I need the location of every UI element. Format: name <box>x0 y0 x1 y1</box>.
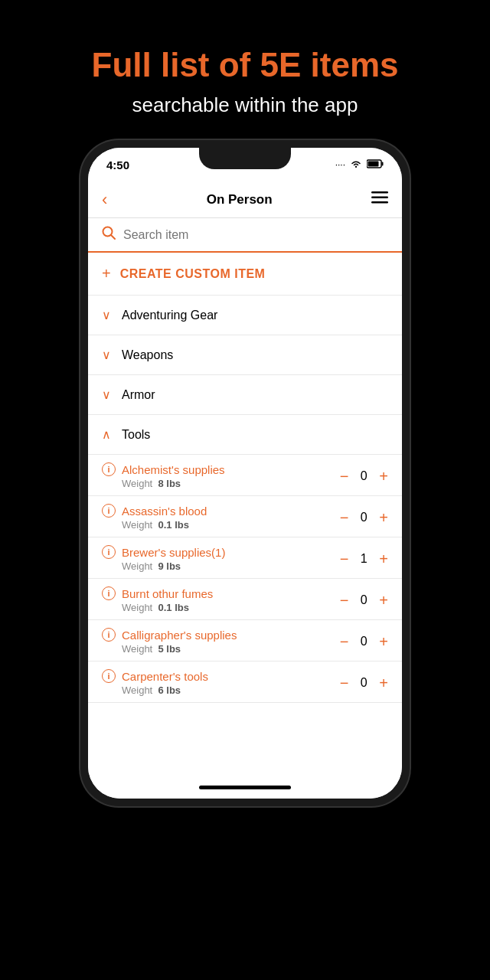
info-icon[interactable]: i <box>102 462 116 476</box>
page-background: Full list of 5E items searchable within … <box>0 0 490 980</box>
tool-item-left: i Calligrapher's supplies Weight 5 lbs <box>102 628 237 655</box>
qty-value: 0 <box>358 511 370 524</box>
search-input[interactable] <box>123 228 388 242</box>
qty-plus-button[interactable]: + <box>379 469 388 484</box>
qty-value: 0 <box>358 635 370 648</box>
menu-button[interactable] <box>371 191 388 207</box>
tool-name[interactable]: Assassin's blood <box>122 505 207 518</box>
info-icon[interactable]: i <box>102 545 116 559</box>
category-weapons-label: Weapons <box>122 348 173 362</box>
qty-minus-button[interactable]: − <box>340 551 349 567</box>
tool-weight: Weight 9 lbs <box>102 560 225 572</box>
tool-item-burnt: i Burnt othur fumes Weight 0.1 lbs − 0 + <box>88 579 402 620</box>
info-icon[interactable]: i <box>102 504 116 518</box>
chevron-up-icon: ∧ <box>102 427 111 442</box>
qty-minus-button[interactable]: − <box>340 675 349 691</box>
tool-weight: Weight 6 lbs <box>102 684 208 696</box>
tool-item-calligrapher: i Calligrapher's supplies Weight 5 lbs −… <box>88 620 402 662</box>
wifi-icon <box>350 159 362 171</box>
tool-weight: Weight 0.1 lbs <box>102 519 207 531</box>
tool-name-row: i Alchemist's supplies <box>102 462 225 476</box>
hero-title: Full list of 5E items <box>92 46 399 84</box>
home-bar <box>199 786 291 789</box>
info-icon[interactable]: i <box>102 628 116 642</box>
tool-weight: Weight 5 lbs <box>102 643 237 655</box>
qty-plus-button[interactable]: + <box>379 634 388 649</box>
tool-item-left: i Burnt othur fumes Weight 0.1 lbs <box>102 586 213 613</box>
tool-name-row: i Assassin's blood <box>102 504 207 518</box>
info-icon[interactable]: i <box>102 669 116 683</box>
tool-item-left: i Brewer's supplies(1) Weight 9 lbs <box>102 545 225 572</box>
qty-control: − 0 + <box>340 469 388 484</box>
home-indicator <box>88 776 402 799</box>
category-adventuring-gear[interactable]: ∨ Adventuring Gear <box>88 296 402 335</box>
search-bar[interactable] <box>88 218 402 253</box>
status-icons: ···· <box>335 159 384 171</box>
chevron-down-icon: ∨ <box>102 308 111 322</box>
search-icon <box>102 226 116 243</box>
qty-value: 0 <box>358 676 370 690</box>
tool-name-row: i Calligrapher's supplies <box>102 628 237 642</box>
content-list: + CREATE CUSTOM ITEM ∨ Adventuring Gear … <box>88 253 402 776</box>
category-tools-label: Tools <box>122 428 150 442</box>
qty-value: 0 <box>358 469 370 483</box>
tool-item-left: i Alchemist's supplies Weight 8 lbs <box>102 462 225 489</box>
svg-rect-2 <box>382 162 384 165</box>
plus-icon: + <box>102 265 111 283</box>
tool-item-left: i Assassin's blood Weight 0.1 lbs <box>102 504 207 531</box>
svg-rect-6 <box>371 201 388 204</box>
notch <box>199 148 291 169</box>
status-time: 4:50 <box>106 158 129 172</box>
tool-name[interactable]: Burnt othur fumes <box>122 587 213 600</box>
battery-icon <box>367 159 384 171</box>
tool-name-row: i Carpenter's tools <box>102 669 208 683</box>
qty-plus-button[interactable]: + <box>379 593 388 608</box>
tool-name[interactable]: Carpenter's tools <box>122 670 208 683</box>
svg-line-8 <box>111 235 115 239</box>
nav-bar: ‹ On Person <box>88 181 402 218</box>
qty-minus-button[interactable]: − <box>340 510 349 525</box>
back-button[interactable]: ‹ <box>102 190 107 210</box>
qty-value: 1 <box>358 552 370 566</box>
signal-icon: ···· <box>335 159 345 170</box>
phone-screen: 4:50 ···· <box>88 148 402 799</box>
svg-point-0 <box>355 166 357 168</box>
tool-item-alchemist: i Alchemist's supplies Weight 8 lbs − 0 … <box>88 455 402 496</box>
qty-plus-button[interactable]: + <box>379 551 388 567</box>
category-tools[interactable]: ∧ Tools <box>88 415 402 455</box>
category-armor[interactable]: ∨ Armor <box>88 375 402 415</box>
tool-name-row: i Burnt othur fumes <box>102 586 213 600</box>
status-bar: 4:50 ···· <box>88 148 402 181</box>
category-armor-label: Armor <box>122 388 155 402</box>
qty-minus-button[interactable]: − <box>340 469 349 484</box>
hero-section: Full list of 5E items searchable within … <box>92 0 399 117</box>
info-icon[interactable]: i <box>102 586 116 600</box>
phone-shell: 4:50 ···· <box>80 140 410 806</box>
create-custom-label: CREATE CUSTOM ITEM <box>120 267 266 281</box>
hero-subtitle: searchable within the app <box>92 93 399 117</box>
category-adventuring-gear-label: Adventuring Gear <box>122 309 217 322</box>
tool-item-brewer: i Brewer's supplies(1) Weight 9 lbs − 1 … <box>88 537 402 579</box>
qty-control: − 0 + <box>340 510 388 525</box>
chevron-down-icon: ∨ <box>102 348 111 362</box>
tool-item-left: i Carpenter's tools Weight 6 lbs <box>102 669 208 696</box>
tool-item-assassin: i Assassin's blood Weight 0.1 lbs − 0 + <box>88 496 402 537</box>
tool-weight: Weight 8 lbs <box>102 478 225 489</box>
qty-plus-button[interactable]: + <box>379 675 388 691</box>
svg-rect-3 <box>368 161 379 166</box>
tool-name[interactable]: Alchemist's supplies <box>122 463 225 476</box>
tool-name[interactable]: Brewer's supplies(1) <box>122 546 225 559</box>
nav-title: On Person <box>207 192 273 207</box>
tool-name-row: i Brewer's supplies(1) <box>102 545 225 559</box>
chevron-down-icon: ∨ <box>102 387 111 402</box>
qty-plus-button[interactable]: + <box>379 510 388 525</box>
category-weapons[interactable]: ∨ Weapons <box>88 335 402 375</box>
qty-minus-button[interactable]: − <box>340 593 349 608</box>
qty-minus-button[interactable]: − <box>340 634 349 649</box>
qty-control: − 0 + <box>340 634 388 649</box>
qty-control: − 0 + <box>340 675 388 691</box>
create-custom-item-button[interactable]: + CREATE CUSTOM ITEM <box>88 253 402 296</box>
tool-weight: Weight 0.1 lbs <box>102 602 213 613</box>
tool-name[interactable]: Calligrapher's supplies <box>122 629 237 642</box>
svg-rect-4 <box>371 191 388 194</box>
